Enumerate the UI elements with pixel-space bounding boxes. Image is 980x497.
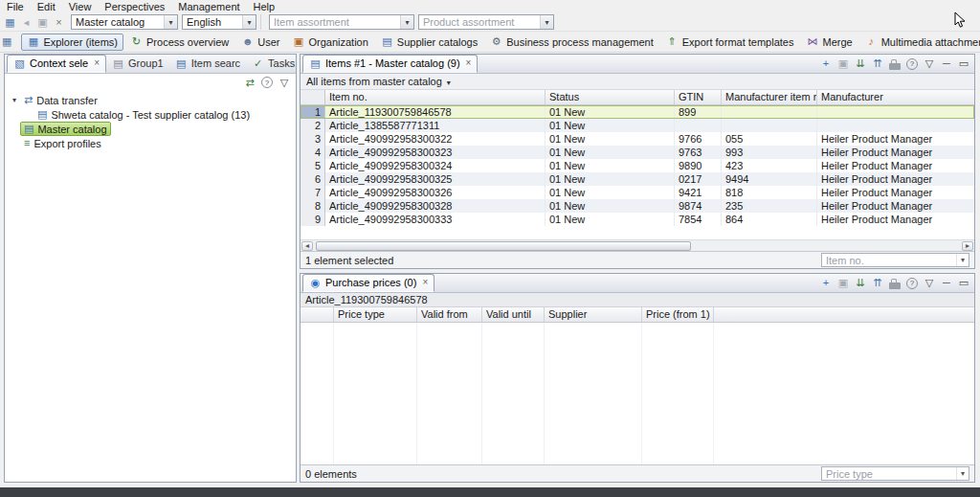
- save-icon[interactable]: ▣: [34, 14, 51, 30]
- cell-status[interactable]: 01 New: [546, 199, 675, 213]
- lock-icon[interactable]: [889, 282, 901, 289]
- help-icon[interactable]: ?: [906, 58, 918, 70]
- product-assortment-combobox[interactable]: Product assortment: [418, 14, 554, 30]
- column-header-manufacturer-item-no[interactable]: Manufacturer item no.: [722, 90, 817, 104]
- cell-manufacturer-item-no[interactable]: [722, 119, 817, 132]
- row-number[interactable]: 3: [301, 132, 325, 146]
- save-icon[interactable]: ▣: [837, 277, 849, 289]
- horizontal-scrollbar[interactable]: [301, 239, 974, 251]
- cell-manufacturer[interactable]: Heiler Product Manager: [817, 159, 974, 172]
- menu-management[interactable]: Management: [171, 0, 246, 13]
- column-header-item-no[interactable]: Item no.: [325, 90, 546, 104]
- item-assortment-combobox[interactable]: Item assortment: [269, 14, 414, 30]
- export-list-icon[interactable]: ⇈: [872, 57, 883, 70]
- column-header-supplier[interactable]: Supplier: [545, 307, 642, 322]
- cell-manufacturer-item-no[interactable]: 818: [722, 186, 817, 199]
- view-menu-icon[interactable]: ▽: [924, 57, 935, 70]
- cell-manufacturer-item-no[interactable]: [722, 105, 817, 119]
- add-icon[interactable]: +: [820, 57, 832, 70]
- tree-item-data-transfer[interactable]: ▾ ⇄ Data transfer: [5, 93, 296, 107]
- row-number[interactable]: 2: [301, 119, 325, 132]
- expand-arrow-icon[interactable]: ▾: [9, 96, 20, 104]
- table-row[interactable]: 1 Article_119300759846578 01 New 899: [301, 105, 974, 119]
- menu-view[interactable]: View: [62, 0, 99, 13]
- back-icon[interactable]: ◂: [18, 14, 34, 30]
- column-header-status[interactable]: Status: [546, 90, 675, 104]
- cell-gtin[interactable]: 899: [675, 105, 722, 119]
- import-list-icon[interactable]: ⇊: [855, 57, 866, 70]
- cell-manufacturer-item-no[interactable]: 864: [722, 213, 817, 226]
- close-icon[interactable]: [422, 278, 428, 287]
- maximize-icon[interactable]: ▭: [958, 57, 969, 70]
- help-icon[interactable]: ?: [906, 278, 918, 289]
- column-header-valid-from[interactable]: Valid from: [417, 307, 482, 322]
- cell-gtin[interactable]: 0217: [675, 172, 722, 186]
- row-number[interactable]: 9: [301, 213, 325, 226]
- close-icon[interactable]: [94, 58, 100, 68]
- cell-gtin[interactable]: 9763: [675, 146, 722, 159]
- cell-item-no[interactable]: Article_490992958300328: [325, 199, 546, 213]
- cell-manufacturer-item-no[interactable]: 235: [722, 199, 817, 213]
- table-row[interactable]: 8 Article_490992958300328 01 New 9874 23…: [301, 199, 974, 213]
- save-icon[interactable]: ▣: [837, 57, 849, 70]
- table-row[interactable]: 3 Article_490992958300322 01 New 9766 05…: [301, 132, 974, 146]
- view-menu-icon[interactable]: ▽: [924, 277, 935, 289]
- cell-item-no[interactable]: Article_490992958300323: [325, 146, 546, 159]
- export-list-icon[interactable]: ⇈: [872, 277, 883, 289]
- column-header-price-from-1[interactable]: Price (from 1): [642, 307, 714, 322]
- cell-status[interactable]: 01 New: [546, 146, 675, 159]
- cell-manufacturer[interactable]: Heiler Product Manager: [817, 199, 974, 213]
- menu-perspectives[interactable]: Perspectives: [98, 0, 171, 13]
- chevron-down-icon[interactable]: [447, 76, 451, 87]
- cell-item-no[interactable]: Article_490992958300324: [325, 159, 546, 172]
- cell-item-no[interactable]: Article_119300759846578: [325, 105, 546, 119]
- item-no-filter-input[interactable]: Item no.: [821, 253, 969, 267]
- column-header-price-type[interactable]: Price type: [334, 307, 417, 322]
- import-list-icon[interactable]: ⇊: [855, 277, 866, 289]
- export-format-templates-button[interactable]: ⇑ Export format templates: [660, 34, 800, 51]
- multimedia-attachments-button[interactable]: ♪ Multimedia attachments: [859, 34, 980, 51]
- cell-manufacturer[interactable]: Heiler Product Manager: [817, 132, 974, 146]
- cell-status[interactable]: 01 New: [546, 105, 675, 119]
- tab-item-search[interactable]: ▤ Item searc: [169, 55, 246, 73]
- catalog-combobox[interactable]: Master catalog: [71, 14, 178, 30]
- chevron-down-icon[interactable]: [242, 15, 256, 29]
- new-window-icon[interactable]: ▦: [2, 14, 18, 30]
- minimize-icon[interactable]: ─: [941, 57, 952, 70]
- cell-manufacturer[interactable]: Heiler Product Manager: [817, 146, 974, 159]
- row-number[interactable]: 4: [301, 146, 325, 159]
- delete-icon[interactable]: ×: [51, 14, 67, 30]
- cell-manufacturer-item-no[interactable]: 423: [722, 159, 817, 172]
- tree-item-master-catalog[interactable]: ▤ Master catalog: [5, 122, 296, 136]
- tab-group1[interactable]: ▤ Group1: [106, 55, 169, 73]
- cell-status[interactable]: 01 New: [546, 186, 675, 199]
- row-number[interactable]: 5: [301, 159, 325, 172]
- tree-item-export-profiles[interactable]: ≡ Export profiles: [5, 136, 296, 150]
- chevron-down-icon[interactable]: [956, 254, 969, 266]
- menu-file[interactable]: File: [0, 0, 31, 13]
- scrollbar-thumb[interactable]: [316, 241, 691, 251]
- cell-gtin[interactable]: 9421: [675, 186, 722, 199]
- tab-purchase-prices[interactable]: ◉ Purchase prices (0): [302, 274, 434, 292]
- cell-item-no[interactable]: Article_490992958300333: [325, 213, 546, 226]
- table-row[interactable]: 7 Article_490992958300326 01 New 9421 81…: [301, 186, 974, 199]
- merge-button[interactable]: ⋈ Merge: [800, 34, 858, 51]
- explorer-items-button[interactable]: ▦ Explorer (items): [21, 34, 123, 51]
- cell-item-no[interactable]: Article_1385587771311: [325, 119, 546, 132]
- cell-gtin[interactable]: 9890: [675, 159, 722, 172]
- row-number[interactable]: 7: [301, 186, 325, 199]
- table-row[interactable]: 2 Article_1385587771311 01 New: [301, 119, 974, 132]
- chevron-down-icon[interactable]: [956, 467, 969, 480]
- scroll-right-icon[interactable]: [962, 241, 973, 251]
- cell-gtin[interactable]: 7854: [675, 213, 722, 226]
- cell-manufacturer-item-no[interactable]: 9494: [722, 172, 817, 186]
- close-icon[interactable]: [466, 58, 472, 68]
- lock-icon[interactable]: [889, 63, 901, 70]
- chevron-down-icon[interactable]: [400, 15, 413, 29]
- scroll-left-icon[interactable]: [301, 241, 313, 251]
- price-type-filter-input[interactable]: Price type: [821, 466, 969, 481]
- cell-item-no[interactable]: Article_490992958300326: [325, 186, 546, 199]
- perspective-icon[interactable]: ▦: [2, 34, 11, 50]
- process-overview-button[interactable]: ↻ Process overview: [124, 34, 234, 51]
- cell-status[interactable]: 01 New: [546, 172, 675, 186]
